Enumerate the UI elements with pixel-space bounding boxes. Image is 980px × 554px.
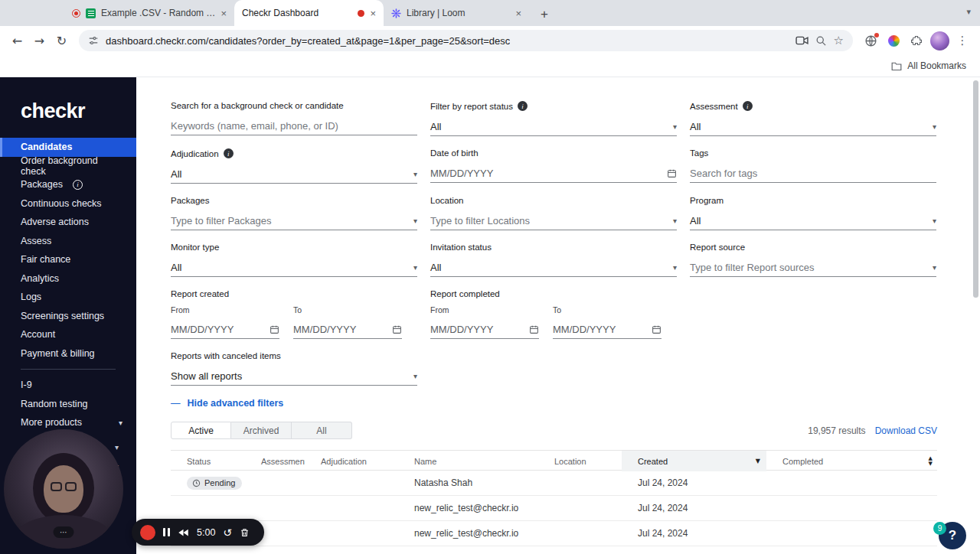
pinwheel-extension-icon[interactable]: [882, 30, 905, 51]
bookmarks-bar: All Bookmarks: [0, 55, 980, 77]
webcam-menu-button[interactable]: ⋯: [54, 526, 74, 538]
candidate-name[interactable]: new_relic_test@checkr.io: [398, 503, 538, 513]
col-name[interactable]: Name: [398, 457, 538, 466]
packages-select[interactable]: Type to filter Packages ▾: [171, 212, 417, 230]
monitor-type-select[interactable]: All ▾: [171, 259, 417, 277]
from-label: From: [430, 305, 539, 314]
report-completed-from-input[interactable]: MM/DD/YYYY: [430, 321, 539, 339]
forward-button[interactable]: →: [28, 30, 51, 51]
tags-input[interactable]: [690, 165, 936, 183]
col-created[interactable]: Created ▼: [622, 451, 766, 471]
report-created-from-input[interactable]: MM/DD/YYYY: [171, 321, 279, 339]
profile-avatar[interactable]: [928, 30, 951, 51]
table-row[interactable]: new_relic_test@checkr.io Jul 24, 2024: [171, 496, 937, 521]
invitation-status-select[interactable]: All ▾: [430, 259, 677, 277]
sidebar-item-payment-billing[interactable]: Payment & billing: [0, 344, 136, 363]
sidebar-item-screenings-settings[interactable]: Screenings settings: [0, 307, 136, 326]
tab-loom-library[interactable]: Library | Loom ×: [384, 0, 529, 26]
report-status-select[interactable]: All ▾: [430, 118, 677, 136]
report-completed-label: Report completed: [430, 289, 677, 298]
search-input[interactable]: [171, 117, 417, 135]
sidebar-item-account[interactable]: Account: [0, 325, 136, 344]
report-source-select[interactable]: Type to filter Report sources ▾: [690, 259, 936, 277]
location-select[interactable]: Type to filter Locations ▾: [430, 212, 677, 230]
tab-strip: Example .CSV - Random Test × Checkr Dash…: [0, 0, 980, 26]
tab-example-csv[interactable]: Example .CSV - Random Test ×: [64, 0, 234, 26]
page-scrollbar[interactable]: [973, 80, 978, 298]
adjudication-select[interactable]: All ▾: [171, 165, 417, 184]
tab-active[interactable]: Active: [171, 422, 231, 439]
checkr-dashboard-page: checkr Candidates Order background check…: [0, 77, 980, 554]
sidebar-item-order-background-check[interactable]: Order background check: [0, 157, 136, 176]
url-bar[interactable]: dashboard.checkr.com/candidates?order_by…: [79, 30, 853, 51]
tab-search-icon[interactable]: ▾: [966, 7, 971, 17]
sidebar-item-label: Continuous checks: [21, 198, 102, 209]
delete-recording-icon[interactable]: [240, 527, 250, 538]
col-adjudication[interactable]: Adjudication: [305, 457, 398, 466]
sidebar-item-fair-chance[interactable]: Fair chance: [0, 250, 136, 269]
monitor-type-label: Monitor type: [171, 243, 417, 252]
sort-menu-icon[interactable]: ▼: [756, 458, 760, 464]
tab-all[interactable]: All: [292, 422, 352, 439]
table-row[interactable]: new_relic_test@checkr.io Jul 24, 2024: [171, 546, 937, 554]
canceled-reports-select[interactable]: Show all reports ▾: [171, 367, 417, 386]
search-icon[interactable]: [815, 35, 827, 47]
sidebar-item-candidates[interactable]: Candidates: [0, 138, 136, 157]
rewind-icon[interactable]: [178, 528, 189, 537]
back-button[interactable]: ←: [6, 30, 28, 51]
report-completed-to-input[interactable]: MM/DD/YYYY: [553, 321, 662, 339]
sidebar-nav: Candidates Order background check Packag…: [0, 138, 136, 432]
stop-recording-button[interactable]: [140, 525, 155, 540]
calendar-icon[interactable]: [652, 324, 662, 334]
dob-date-input[interactable]: MM/DD/YYYY: [430, 165, 677, 183]
candidate-name[interactable]: Natasha Shah: [398, 477, 538, 488]
restart-icon[interactable]: ↺: [223, 527, 232, 538]
col-completed[interactable]: Completed ▲ ▼: [766, 456, 937, 466]
dob-label: Date of birth: [430, 148, 677, 158]
created-date: Jul 24, 2024: [622, 528, 766, 539]
table-row[interactable]: new_relic_test@checkr.io Jul 24, 2024: [171, 521, 937, 546]
close-icon[interactable]: ×: [370, 8, 376, 19]
table-row[interactable]: Pending Natasha Shah Jul 24, 2024: [171, 471, 937, 496]
browser-menu-icon[interactable]: ⋮: [951, 30, 974, 51]
sidebar-item-random-testing[interactable]: Random testing: [0, 395, 136, 414]
new-tab-button[interactable]: +: [534, 3, 555, 26]
download-csv-link[interactable]: Download CSV: [875, 425, 937, 436]
assessment-select[interactable]: All ▾: [690, 118, 936, 136]
hide-advanced-filters-link[interactable]: — Hide advanced filters: [171, 398, 980, 409]
sidebar-item-assess[interactable]: Assess: [0, 232, 136, 251]
close-icon[interactable]: ×: [515, 8, 521, 19]
collapsed-item-chevron-icon[interactable]: ▾: [115, 443, 119, 451]
all-bookmarks-label[interactable]: All Bookmarks: [907, 60, 966, 71]
program-select[interactable]: All ▾: [690, 212, 936, 230]
pause-button[interactable]: [163, 528, 170, 536]
sidebar-item-logs[interactable]: Logs: [0, 288, 136, 307]
reload-button[interactable]: ↻: [51, 30, 73, 51]
globe-extension-icon[interactable]: [859, 30, 882, 51]
tune-icon[interactable]: [88, 35, 99, 46]
webcam-overlay[interactable]: ⋯: [4, 429, 123, 549]
col-location[interactable]: Location: [538, 457, 622, 466]
col-assessment[interactable]: Assessment: [245, 457, 305, 466]
sidebar-item-i9[interactable]: I-9: [0, 376, 136, 395]
sidebar-item-adverse-actions[interactable]: Adverse actions: [0, 213, 136, 232]
candidate-name[interactable]: new_relic_test@checkr.io: [398, 528, 538, 539]
sidebar-item-packages[interactable]: Packages i: [0, 175, 136, 194]
calendar-icon[interactable]: [529, 324, 539, 334]
calendar-icon[interactable]: [270, 324, 279, 334]
calendar-icon[interactable]: [667, 168, 677, 178]
camera-icon[interactable]: [795, 35, 808, 46]
report-created-to-input[interactable]: MM/DD/YYYY: [293, 321, 402, 339]
close-icon[interactable]: ×: [220, 8, 227, 19]
sidebar-item-analytics[interactable]: Analytics: [0, 269, 136, 288]
packages-label: Packages: [171, 196, 417, 205]
calendar-icon[interactable]: [392, 324, 402, 334]
bookmark-star-icon[interactable]: ☆: [834, 34, 844, 47]
extensions-puzzle-icon[interactable]: [905, 30, 928, 51]
tab-archived[interactable]: Archived: [231, 422, 292, 439]
tab-checkr-dashboard[interactable]: Checkr Dashboard ×: [234, 0, 384, 26]
chevron-down-icon: ▾: [413, 263, 417, 272]
sort-toggle-icon[interactable]: ▲ ▼: [929, 456, 933, 466]
sidebar-item-continuous-checks[interactable]: Continuous checks: [0, 194, 136, 213]
col-status[interactable]: Status: [171, 457, 245, 466]
